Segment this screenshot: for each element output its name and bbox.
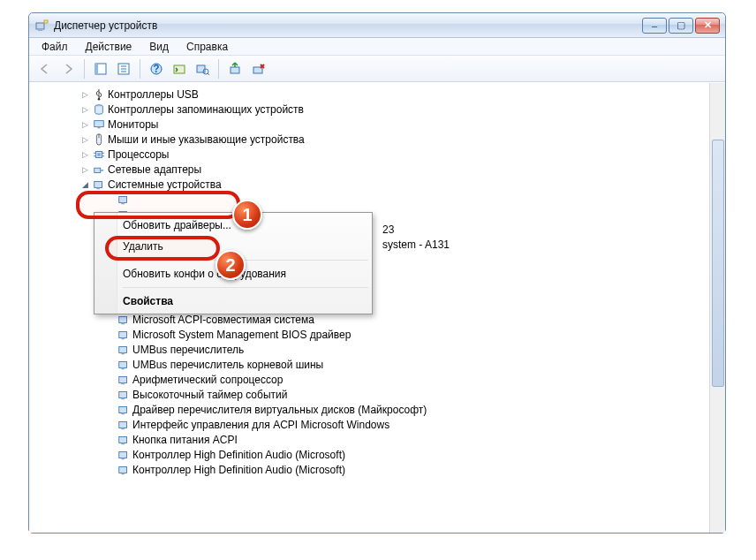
svg-rect-28	[94, 168, 101, 172]
svg-rect-54	[119, 391, 127, 397]
expand-icon[interactable]: ▷	[80, 104, 90, 114]
monitor-icon	[92, 117, 106, 132]
expand-icon[interactable]: ▷	[80, 134, 90, 144]
scan-button[interactable]	[192, 58, 213, 79]
tree-label: Высокоточный таймер событий	[132, 389, 287, 401]
context-menu: Обновить драйверы... Удалить Обновить ко…	[94, 212, 373, 314]
tree-item[interactable]: Драйвер перечислителя виртуальных дисков…	[36, 402, 709, 417]
ctx-update-drivers[interactable]: Обновить драйверы...	[96, 215, 370, 236]
storage-icon	[92, 102, 106, 117]
minimize-button[interactable]: –	[642, 18, 667, 34]
tree-label: Системные устройства	[108, 178, 222, 191]
expand-icon[interactable]: ▷	[80, 89, 90, 99]
sys-icon	[117, 433, 131, 447]
tree-item[interactable]: UMBus перечислитель корневой шины	[36, 357, 709, 372]
svg-rect-2	[44, 20, 48, 23]
no-expander	[105, 329, 115, 339]
properties-button[interactable]	[113, 58, 134, 79]
maximize-button[interactable]: ▢	[669, 18, 693, 34]
svg-rect-11	[174, 65, 185, 73]
tree-label: UMBus перечислитель	[132, 344, 244, 356]
cpu-icon	[92, 148, 106, 162]
sys-icon	[117, 388, 131, 402]
ctx-properties[interactable]: Свойства	[96, 291, 370, 312]
tree-item[interactable]: Контроллер High Definition Audio (Micros…	[36, 462, 709, 477]
tree-category[interactable]: ▷Контроллеры запоминающих устройств	[36, 102, 709, 117]
tree-label: Контроллеры USB	[108, 88, 199, 101]
window-buttons: – ▢ ✕	[642, 18, 720, 34]
menu-help[interactable]: Справка	[178, 39, 237, 55]
collapse-icon[interactable]: ◢	[80, 179, 90, 189]
tree-item[interactable]: Кнопка питания ACPI	[36, 432, 709, 447]
expand-icon[interactable]: ▷	[80, 119, 90, 129]
expand-icon[interactable]: ▷	[80, 149, 90, 159]
uninstall-button[interactable]	[247, 58, 268, 79]
show-hidden-button[interactable]	[90, 58, 111, 79]
menu-view[interactable]: Вид	[140, 39, 178, 55]
tree-label: Microsoft ACPI-совместимая система	[132, 314, 314, 326]
svg-rect-33	[121, 202, 125, 204]
tree-item[interactable]: Высокоточный таймер событий	[36, 387, 709, 402]
svg-rect-61	[121, 443, 125, 444]
tree-label: Драйвер перечислителя виртуальных дисков…	[132, 404, 427, 416]
back-button[interactable]	[34, 58, 56, 79]
tree-category[interactable]: ▷Процессоры	[36, 147, 709, 162]
tree-category[interactable]: ▷Мыши и иные указывающие устройства	[36, 132, 709, 147]
close-button[interactable]: ✕	[695, 18, 720, 34]
svg-rect-15	[231, 67, 239, 73]
svg-rect-1	[38, 29, 42, 31]
sys-icon	[117, 193, 131, 207]
sys-icon	[117, 343, 131, 357]
no-expander	[105, 375, 115, 384]
toolbar-separator	[84, 59, 85, 79]
menu-action[interactable]: Действие	[77, 39, 141, 55]
svg-line-14	[208, 73, 209, 75]
no-expander	[105, 359, 115, 369]
usb-icon	[92, 87, 106, 102]
tree-label: Контроллер High Definition Audio (Micros…	[132, 449, 345, 461]
no-expander	[105, 344, 115, 354]
forward-button[interactable]	[57, 58, 79, 79]
tree-item[interactable]: Контроллер High Definition Audio (Micros…	[36, 447, 709, 462]
svg-rect-55	[121, 397, 125, 399]
svg-rect-58	[119, 421, 127, 428]
svg-rect-20	[97, 126, 101, 128]
help-button[interactable]: ?	[146, 58, 167, 79]
toolbar: ?	[29, 56, 725, 82]
sys-icon	[117, 358, 131, 372]
tree-label: Кнопка питания ACPI	[132, 434, 238, 446]
svg-rect-65	[121, 473, 125, 474]
sys-icon	[117, 373, 131, 387]
svg-rect-45	[121, 322, 125, 324]
tree-item[interactable]: Microsoft System Management BIOS драйвер	[36, 327, 709, 342]
tree-label: 23	[382, 223, 394, 236]
no-expander	[105, 450, 115, 459]
titlebar[interactable]: Диспетчер устройств – ▢ ✕	[29, 13, 725, 38]
tree-item[interactable]	[36, 192, 709, 207]
tree-category[interactable]: ▷Сетевые адаптеры	[36, 162, 709, 177]
tree-label: Арифметический сопроцессор	[132, 374, 283, 386]
tree-label: Microsoft System Management BIOS драйвер	[132, 329, 351, 341]
menu-file[interactable]: Файл	[33, 39, 77, 55]
update-driver-button[interactable]	[224, 58, 246, 79]
tree-category-system-devices[interactable]: ◢Системные устройства	[36, 177, 709, 192]
tree-category[interactable]: ▷Контроллеры USB	[36, 87, 709, 102]
svg-rect-51	[121, 367, 125, 369]
ctx-delete[interactable]: Удалить	[96, 236, 370, 257]
no-expander	[105, 465, 115, 474]
expand-icon[interactable]: ▷	[80, 164, 90, 174]
mouse-icon	[92, 132, 106, 147]
sys-icon	[117, 418, 131, 432]
tree-category[interactable]: ▷Мониторы	[36, 117, 709, 132]
ctx-refresh-hardware[interactable]: Обновить конфи о оборудования	[96, 263, 370, 284]
context-menu-separator	[123, 287, 368, 288]
action-button[interactable]	[169, 58, 190, 79]
tree-label: Мыши и иные указывающие устройства	[108, 133, 305, 146]
scrollbar-thumb[interactable]	[712, 140, 724, 387]
svg-rect-32	[119, 196, 127, 202]
sys-icon	[117, 403, 131, 417]
tree-item[interactable]: UMBus перечислитель	[36, 342, 709, 357]
tree-item[interactable]: Интерфейс управления для ACPI Microsoft …	[36, 417, 709, 432]
tree-item[interactable]: Арифметический сопроцессор	[36, 372, 709, 387]
scrollbar[interactable]	[709, 83, 725, 533]
